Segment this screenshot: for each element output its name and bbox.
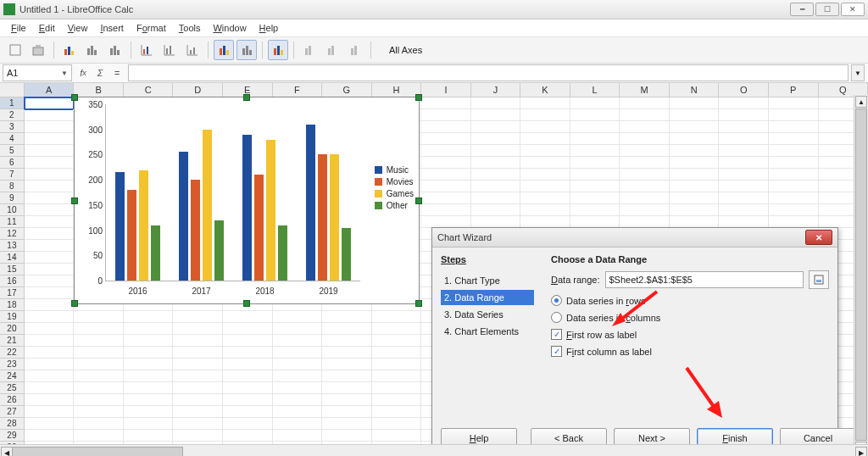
cell[interactable] (520, 169, 570, 181)
cell[interactable] (25, 264, 75, 275)
menu-edit[interactable]: Edit (33, 21, 61, 35)
cell[interactable] (124, 359, 174, 370)
tb-icon-9[interactable] (214, 40, 234, 60)
cell[interactable] (421, 145, 471, 157)
cell[interactable] (173, 394, 223, 406)
cell[interactable] (25, 430, 75, 442)
cell[interactable] (322, 418, 372, 430)
cell[interactable] (25, 157, 75, 169)
step-data-series[interactable]: 3. Data Series (441, 307, 534, 322)
cell[interactable] (719, 169, 769, 181)
cell[interactable] (25, 287, 75, 299)
row-header[interactable]: 18 (0, 299, 25, 311)
cell[interactable] (520, 121, 570, 133)
column-header[interactable]: I (421, 83, 471, 97)
cell[interactable] (520, 216, 570, 228)
cell[interactable] (769, 192, 819, 204)
cancel-button[interactable]: Cancel (780, 428, 856, 444)
cell[interactable] (223, 370, 273, 382)
cell[interactable] (223, 382, 273, 394)
cell[interactable] (719, 204, 769, 216)
cell[interactable] (25, 406, 75, 418)
cell[interactable] (769, 169, 819, 181)
cell[interactable] (670, 216, 720, 228)
cell[interactable] (769, 121, 819, 133)
cell[interactable] (25, 275, 75, 287)
cell[interactable] (372, 394, 422, 406)
cell[interactable] (25, 335, 75, 347)
cell[interactable] (372, 323, 422, 335)
cell[interactable] (25, 323, 75, 335)
cell[interactable] (372, 418, 422, 430)
tb-icon-6[interactable] (136, 40, 157, 60)
cell[interactable] (25, 133, 75, 145)
dialog-titlebar[interactable]: Chart Wizard ✕ (432, 228, 837, 247)
cell[interactable] (124, 406, 174, 418)
cell[interactable] (471, 145, 521, 157)
row-header[interactable]: 17 (0, 287, 25, 299)
row-header[interactable]: 2 (0, 109, 25, 121)
cell[interactable] (25, 311, 75, 323)
cell[interactable] (570, 97, 620, 109)
cell[interactable] (570, 157, 620, 169)
cell[interactable] (520, 181, 570, 192)
cell[interactable] (471, 192, 521, 204)
cell[interactable] (670, 169, 720, 181)
cell[interactable] (25, 370, 75, 382)
cell[interactable] (372, 347, 422, 359)
menu-window[interactable]: Window (207, 21, 252, 35)
cell[interactable] (173, 430, 223, 442)
cell[interactable] (273, 359, 323, 370)
cell[interactable] (173, 382, 223, 394)
cell[interactable] (620, 169, 670, 181)
cell[interactable] (769, 109, 819, 121)
cell[interactable] (520, 192, 570, 204)
tb-icon-14[interactable] (345, 40, 365, 60)
cell[interactable] (769, 181, 819, 192)
cell[interactable] (74, 394, 124, 406)
cell[interactable] (471, 181, 521, 192)
row-header[interactable]: 5 (0, 145, 25, 157)
maximize-button[interactable]: ☐ (815, 3, 839, 16)
cell[interactable] (620, 109, 670, 121)
cell[interactable] (223, 406, 273, 418)
cell[interactable] (620, 145, 670, 157)
cell[interactable] (471, 133, 521, 145)
dialog-close-button[interactable]: ✕ (805, 230, 832, 245)
cell[interactable] (719, 181, 769, 192)
row-header[interactable]: 28 (0, 418, 25, 430)
cell[interactable] (273, 370, 323, 382)
cell[interactable] (173, 347, 223, 359)
cell[interactable] (74, 406, 124, 418)
cell[interactable] (421, 169, 471, 181)
chart-object[interactable]: 0501001502002503003502016201720182019 Mu… (74, 97, 420, 304)
sum-icon[interactable]: Σ (92, 65, 108, 81)
column-header[interactable]: B (74, 83, 124, 97)
next-button[interactable]: Next > (614, 428, 690, 444)
scroll-up-icon[interactable]: ▲ (855, 96, 867, 108)
cell[interactable] (223, 430, 273, 442)
cell[interactable] (372, 430, 422, 442)
cell[interactable] (620, 157, 670, 169)
cell[interactable] (173, 359, 223, 370)
cell[interactable] (25, 240, 75, 252)
row-header[interactable]: 16 (0, 275, 25, 287)
cell[interactable] (322, 430, 372, 442)
close-button[interactable]: ✕ (841, 3, 865, 16)
cell[interactable] (570, 133, 620, 145)
tb-icon-11[interactable] (268, 40, 288, 60)
equals-icon[interactable]: = (109, 65, 125, 81)
column-header[interactable]: N (670, 83, 720, 97)
cell[interactable] (25, 204, 75, 216)
column-header[interactable]: F (273, 83, 323, 97)
cell[interactable] (520, 204, 570, 216)
cell[interactable] (769, 97, 819, 109)
cell[interactable] (421, 204, 471, 216)
cell[interactable] (273, 382, 323, 394)
cell[interactable] (670, 157, 720, 169)
cell[interactable] (322, 335, 372, 347)
step-chart-elements[interactable]: 4. Chart Elements (441, 324, 534, 339)
cell[interactable] (719, 216, 769, 228)
cell[interactable] (74, 418, 124, 430)
cell[interactable] (322, 370, 372, 382)
